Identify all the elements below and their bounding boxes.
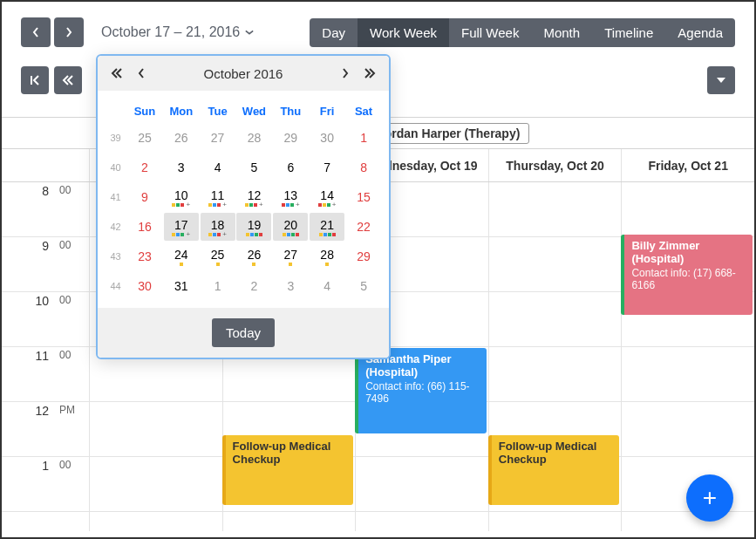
calendar-day[interactable]: 7: [310, 154, 344, 181]
calendar-day[interactable]: 5: [346, 272, 381, 300]
hour-label: 1000: [2, 292, 89, 347]
calendar-day[interactable]: 25: [201, 242, 235, 270]
calendar-day[interactable]: 4: [201, 154, 235, 181]
calendar-day[interactable]: 23: [127, 242, 162, 270]
calendar-dow: Mon: [163, 99, 200, 123]
day-header[interactable]: Thursday, Oct 20: [488, 149, 622, 181]
hour-label: 12PM: [2, 402, 89, 457]
calendar-day[interactable]: 29: [346, 242, 381, 270]
calendar-day[interactable]: 26: [236, 242, 271, 270]
calendar-day[interactable]: 16: [127, 213, 162, 241]
cal-prev-month-button[interactable]: [129, 61, 153, 85]
nav-button-group: [21, 17, 84, 47]
view-tab-work-week[interactable]: Work Week: [358, 18, 449, 47]
date-range-selector[interactable]: October 17 – 21, 2016: [101, 24, 254, 40]
day-header[interactable]: Friday, Oct 21: [621, 149, 754, 181]
calendar-day[interactable]: 22: [346, 213, 381, 241]
calendar-day[interactable]: 17+: [164, 213, 199, 241]
chevron-right-icon: [65, 27, 72, 38]
week-number: 44: [105, 271, 126, 301]
view-tab-day[interactable]: Day: [310, 18, 358, 47]
calendar-dow: Wed: [236, 99, 273, 123]
calendar-day[interactable]: 14+: [310, 183, 344, 211]
calendar-dow: Sun: [126, 99, 163, 123]
appointment[interactable]: Billy Zimmer (Hospital)Contact info: (17…: [621, 235, 753, 315]
chevron-right-icon: [342, 68, 349, 78]
calendar-day[interactable]: 10+: [164, 183, 199, 211]
calendar-day[interactable]: 13+: [273, 183, 308, 211]
calendar-day[interactable]: 5: [236, 154, 271, 181]
next-button[interactable]: [54, 17, 84, 47]
calendar-day[interactable]: 25: [127, 124, 162, 152]
calendar-day[interactable]: 6: [273, 154, 308, 181]
calendar-day[interactable]: 15: [346, 183, 381, 211]
appointment[interactable]: Samantha Piper (Hospital)Contact info: (…: [355, 348, 487, 433]
week-number: 42: [105, 212, 126, 242]
calendar-day[interactable]: 30: [127, 272, 162, 300]
plus-icon: +: [703, 484, 717, 512]
view-switcher: DayWork WeekFull WeekMonthTimelineAgenda: [310, 18, 735, 47]
calendar-day[interactable]: 4: [310, 272, 344, 300]
cal-next-month-button[interactable]: [333, 61, 358, 85]
view-tab-agenda[interactable]: Agenda: [665, 18, 735, 47]
calendar-day[interactable]: 8: [346, 154, 381, 181]
add-appointment-fab[interactable]: +: [686, 474, 733, 522]
double-chevron-right-icon: [364, 68, 376, 78]
week-number: 41: [105, 182, 126, 212]
calendar-day[interactable]: 27: [201, 124, 235, 152]
cal-next-year-button[interactable]: [358, 61, 382, 85]
calendar-day[interactable]: 3: [164, 154, 199, 181]
week-number: 40: [105, 153, 126, 182]
calendar-day[interactable]: 11+: [201, 183, 235, 211]
allday-event[interactable]: Jordan Harper (Therapy): [368, 123, 529, 144]
calendar-header: October 2016: [98, 56, 389, 91]
calendar-day[interactable]: 29: [273, 124, 308, 152]
calendar-dow: Tue: [200, 99, 236, 123]
calendar-day[interactable]: 21: [310, 213, 344, 241]
allday-event-subject: Jordan Harper (Therapy): [378, 126, 520, 140]
calendar-day[interactable]: 1: [201, 272, 235, 300]
resource-first-button[interactable]: [21, 66, 49, 94]
cal-prev-year-button[interactable]: [105, 61, 129, 85]
calendar-day[interactable]: 24: [164, 242, 199, 270]
calendar-table: SunMonTueWedThuFriSat 392526272829301402…: [105, 99, 382, 301]
calendar-day[interactable]: 27: [273, 242, 308, 270]
calendar-day[interactable]: 2: [127, 154, 162, 181]
calendar-day[interactable]: 19: [236, 213, 271, 241]
chevron-left-icon: [32, 27, 39, 38]
today-button[interactable]: Today: [212, 318, 275, 347]
resource-prev-button[interactable]: [54, 66, 82, 94]
calendar-day[interactable]: 26: [164, 124, 199, 152]
prev-button[interactable]: [21, 17, 51, 47]
calendar-dow: Thu: [272, 99, 309, 123]
calendar-day[interactable]: 9: [127, 183, 162, 211]
resource-dropdown[interactable]: [707, 66, 735, 94]
calendar-day[interactable]: 31: [164, 272, 199, 300]
appointment-info: Contact info: (66) 115-7496: [365, 380, 480, 405]
calendar-dow: Fri: [309, 99, 345, 123]
calendar-day[interactable]: 20: [273, 213, 308, 241]
appointment-subject: Follow-up Medical Checkup: [499, 440, 613, 466]
calendar-day[interactable]: 12+: [236, 183, 271, 211]
appointment[interactable]: Follow-up Medical Checkup: [222, 435, 354, 505]
view-tab-month[interactable]: Month: [531, 18, 592, 47]
hour-label: 800: [2, 182, 89, 237]
calendar-day[interactable]: 28: [310, 242, 344, 270]
caret-down-icon: [717, 78, 725, 83]
calendar-title[interactable]: October 2016: [153, 66, 333, 81]
double-chevron-left-icon: [62, 75, 74, 85]
view-tab-full-week[interactable]: Full Week: [449, 18, 531, 47]
appointment[interactable]: Follow-up Medical Checkup: [488, 435, 620, 505]
calendar-day[interactable]: 3: [273, 272, 308, 300]
calendar-day[interactable]: 2: [236, 272, 271, 300]
calendar-popup: October 2016 SunMonTueWedThuFriSat 39252…: [96, 54, 391, 359]
week-number: 39: [105, 123, 126, 153]
view-tab-timeline[interactable]: Timeline: [592, 18, 665, 47]
calendar-day[interactable]: 1: [346, 124, 381, 152]
week-number: 43: [105, 242, 126, 271]
calendar-day[interactable]: 18+: [201, 213, 235, 241]
double-chevron-left-icon: [111, 68, 123, 78]
hour-label: 1100: [2, 347, 89, 402]
calendar-day[interactable]: 30: [310, 124, 344, 152]
calendar-day[interactable]: 28: [236, 124, 271, 152]
